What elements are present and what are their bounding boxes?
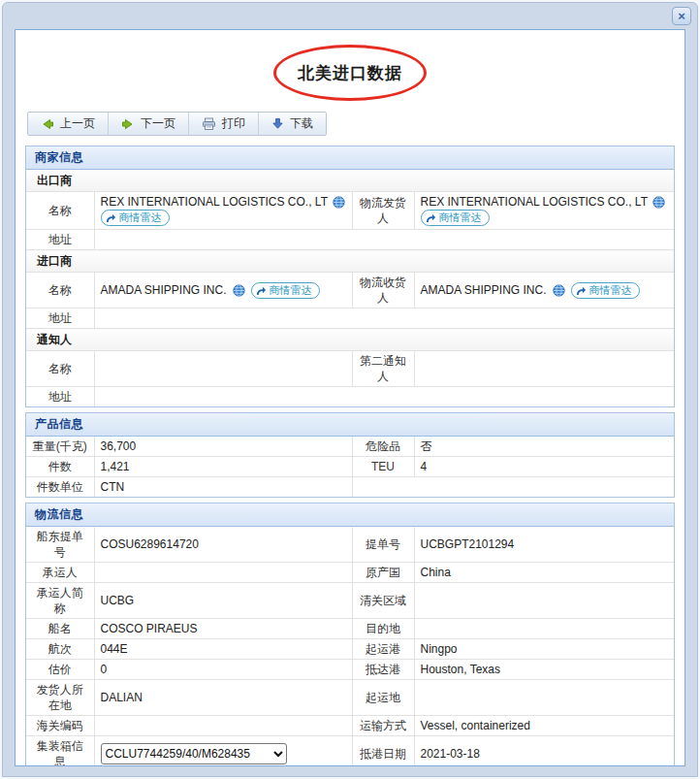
quantity-value: 1,421 <box>94 457 352 477</box>
arrow-left-icon <box>41 117 54 131</box>
container-info-label: 集装箱信息 <box>26 736 94 767</box>
importer-address-value <box>94 308 674 329</box>
table-row: 集装箱信息 CCLU7744259/40/M628435 抵港日期 2021-0… <box>26 736 674 767</box>
globe-icon[interactable] <box>553 284 565 297</box>
notify-address-value <box>94 387 674 407</box>
download-label: 下载 <box>290 115 313 132</box>
radar-badge-label: 商情雷达 <box>439 211 482 225</box>
page-title: 北美进口数据 <box>298 62 402 84</box>
table-row: 件数单位 CTN <box>26 477 674 498</box>
container-select[interactable]: CCLU7744259/40/M628435 <box>101 743 287 764</box>
close-icon[interactable]: × <box>672 7 691 25</box>
master-bl-value: COSU6289614720 <box>94 527 352 563</box>
radar-icon <box>576 285 587 296</box>
radar-badge[interactable]: 商情雷达 <box>251 282 320 299</box>
exporter-name-label: 名称 <box>26 192 94 230</box>
logistics-shipper-value: REX INTERNATIONAL LOGISTICS CO., LT <box>421 194 648 210</box>
download-button[interactable]: 下载 <box>259 113 326 135</box>
next-page-label: 下一页 <box>141 115 175 132</box>
bl-label: 提单号 <box>352 527 414 563</box>
radar-badge[interactable]: 商情雷达 <box>101 210 170 226</box>
second-notify-value <box>414 351 674 387</box>
logistics-table: 船东提单号 COSU6289614720 提单号 UCBGPT2101294 承… <box>26 527 674 766</box>
globe-icon[interactable] <box>652 196 665 209</box>
dangerous-value: 否 <box>414 437 674 457</box>
dialog-window: × 北美进口数据 上一页 下一页 <box>2 2 698 777</box>
exporter-name-value: REX INTERNATIONAL LOGISTICS CO., LT <box>101 194 328 210</box>
second-notify-label: 第二通知人 <box>352 351 414 387</box>
print-button[interactable]: 打印 <box>189 113 259 135</box>
radar-badge-label: 商情雷达 <box>270 283 312 298</box>
importer-name-cell: AMADA SHIPPING INC. 商情雷达 <box>94 273 352 308</box>
departure-port-value: Ningpo <box>414 639 674 660</box>
table-row: 名称 第二通知人 <box>26 351 674 387</box>
importer-name-value: AMADA SHIPPING INC. <box>101 282 227 298</box>
logistics-consignee-cell: AMADA SHIPPING INC. 商情雷达 <box>414 273 674 308</box>
notify-name-label: 名称 <box>26 351 94 387</box>
print-label: 打印 <box>222 115 245 132</box>
master-bl-label: 船东提单号 <box>26 527 94 563</box>
radar-badge-label: 商情雷达 <box>119 211 162 225</box>
globe-icon[interactable] <box>233 284 245 297</box>
table-row: 承运人 原产国 China <box>26 563 674 583</box>
table-row: 海关编码 运输方式 Vessel, containerized <box>26 716 674 736</box>
dangerous-label: 危险品 <box>352 437 414 457</box>
exporter-subheader: 出口商 <box>26 170 674 192</box>
globe-icon[interactable] <box>333 196 345 209</box>
table-row: 地址 <box>26 230 674 250</box>
departure-port-label: 起运港 <box>352 639 414 660</box>
title-area: 北美进口数据 <box>16 42 684 104</box>
carrier-value <box>94 563 352 583</box>
shipper-location-label: 发货人所在地 <box>26 680 94 716</box>
valuation-label: 估价 <box>26 660 94 680</box>
table-row: 船东提单号 COSU6289614720 提单号 UCBGPT2101294 <box>26 527 674 563</box>
logistics-consignee-label: 物流收货人 <box>352 273 414 308</box>
valuation-value: 0 <box>94 660 352 680</box>
logistics-consignee-value: AMADA SHIPPING INC. <box>421 282 547 298</box>
importer-address-label: 地址 <box>26 308 94 329</box>
dialog-content: 北美进口数据 上一页 下一页 打印 <box>15 29 685 766</box>
notify-address-label: 地址 <box>26 387 94 407</box>
logistics-shipper-label: 物流发货人 <box>352 192 414 230</box>
arrival-port-label: 抵达港 <box>352 660 414 680</box>
dialog-titlebar: × <box>3 3 697 28</box>
customs-area-value <box>414 583 674 619</box>
empty-cell <box>352 477 674 498</box>
product-section-title: 产品信息 <box>26 413 674 437</box>
table-row: 地址 <box>26 387 674 407</box>
transport-mode-label: 运输方式 <box>352 716 414 736</box>
table-row: 估价 0 抵达港 Houston, Texas <box>26 660 674 680</box>
teu-label: TEU <box>352 457 414 477</box>
prev-page-button[interactable]: 上一页 <box>28 113 109 135</box>
radar-icon <box>256 285 267 296</box>
hs-code-value <box>94 716 352 736</box>
importer-subheader: 进口商 <box>26 250 674 273</box>
origin-country-label: 原产国 <box>352 563 414 583</box>
vessel-value: COSCO PIRAEUS <box>94 619 352 639</box>
merchant-table: 出口商 名称 REX INTERNATIONAL LOGISTICS CO., … <box>26 170 674 406</box>
origin-country-value: China <box>414 563 674 583</box>
arrival-port-value: Houston, Texas <box>414 660 674 680</box>
unit-value: CTN <box>94 477 352 498</box>
table-row: 重量(千克) 36,700 危险品 否 <box>26 437 674 457</box>
bl-value: UCBGPT2101294 <box>414 527 674 563</box>
merchant-section-title: 商家信息 <box>26 146 674 170</box>
radar-badge[interactable]: 商情雷达 <box>571 282 640 299</box>
next-page-button[interactable]: 下一页 <box>109 113 189 135</box>
customs-area-label: 清关区域 <box>352 583 414 619</box>
arrival-date-label: 抵港日期 <box>352 736 414 767</box>
unit-label: 件数单位 <box>26 477 94 498</box>
printer-icon <box>202 117 216 131</box>
toolbar: 上一页 下一页 打印 下载 <box>27 112 327 136</box>
quantity-label: 件数 <box>26 457 94 477</box>
weight-label: 重量(千克) <box>26 437 94 457</box>
table-row: 地址 <box>26 308 674 329</box>
container-info-cell: CCLU7744259/40/M628435 <box>94 736 352 767</box>
arrow-down-icon <box>271 117 284 130</box>
table-row: 船名 COSCO PIRAEUS 目的地 <box>26 619 674 639</box>
radar-badge[interactable]: 商情雷达 <box>421 210 490 226</box>
arrow-right-icon <box>121 117 135 131</box>
origin-place-value <box>414 680 674 716</box>
table-row: 航次 044E 起运港 Ningpo <box>26 639 674 660</box>
weight-value: 36,700 <box>94 437 352 457</box>
